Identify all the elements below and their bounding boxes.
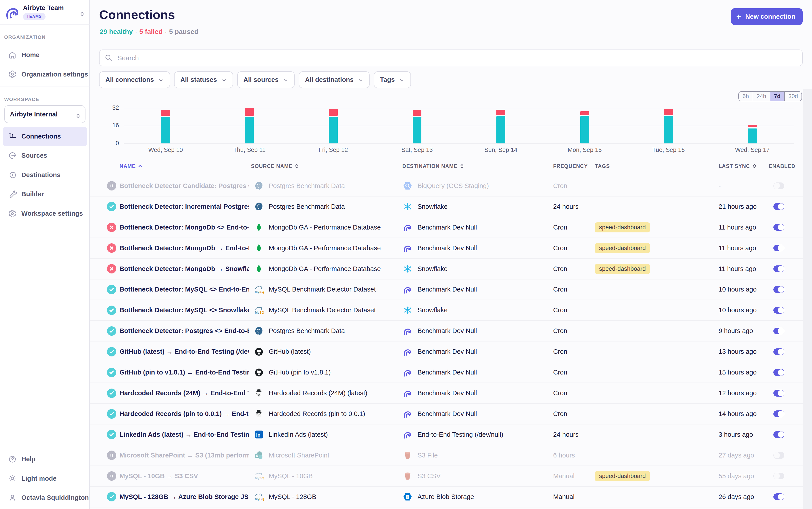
table-row[interactable]: Bottleneck Detector: MongoDb <> End-to-E… xyxy=(90,217,803,238)
enabled-toggle[interactable] xyxy=(773,369,784,376)
svg-text:S: S xyxy=(256,454,258,457)
enabled-toggle[interactable] xyxy=(773,203,784,210)
table-row[interactable]: LinkedIn Ads (latest) → End-to-End Testi… xyxy=(90,425,803,445)
sidebar-item-builder[interactable]: Builder xyxy=(3,185,87,204)
last-sync: - xyxy=(718,176,771,196)
column-header-destination-name[interactable]: DESTINATION NAME xyxy=(402,163,465,169)
sidebar-item-workspace-settings[interactable]: Workspace settings xyxy=(3,204,87,223)
airbyte-icon xyxy=(403,388,412,398)
filter-all-connections[interactable]: All connections xyxy=(99,71,170,88)
scrollbar[interactable] xyxy=(803,89,812,509)
table-row[interactable]: Bottleneck Detector: Postgres <> End-to-… xyxy=(90,321,803,341)
chart-bar-succeeded xyxy=(245,117,254,143)
svg-text:MySQL: MySQL xyxy=(255,311,263,314)
org-switcher[interactable]: Airbyte Team TEAMS xyxy=(0,0,90,25)
last-sync: 55 days ago xyxy=(718,466,771,486)
search-input[interactable] xyxy=(99,49,803,66)
sidebar-item-label: Workspace settings xyxy=(22,210,83,217)
enabled-toggle[interactable] xyxy=(773,410,784,417)
sidebar-item-label: Light mode xyxy=(22,475,57,482)
source-name: Hardcoded Records (24M) (latest) xyxy=(269,383,394,403)
table-row[interactable]: MySQL - 10GB → S3 CSV MySQL MySQL - 10GB… xyxy=(90,466,803,487)
chart-bar-failed xyxy=(161,110,170,116)
destination-icon xyxy=(8,171,17,179)
last-sync: 11 hours ago xyxy=(718,238,771,258)
sidebar-item-destinations[interactable]: Destinations xyxy=(3,165,87,185)
healthy-count: 29 healthy xyxy=(100,28,133,35)
svg-text:MySQL: MySQL xyxy=(255,476,263,480)
column-header-tags: TAGS xyxy=(595,163,610,169)
time-range-30d[interactable]: 30d xyxy=(784,92,802,101)
github-icon xyxy=(254,368,264,377)
enabled-toggle[interactable] xyxy=(773,390,784,396)
enabled-toggle[interactable] xyxy=(773,348,784,355)
sidebar-item-sources[interactable]: Sources xyxy=(3,146,87,166)
connection-name: Microsoft SharePoint → S3 (13mb performa… xyxy=(120,445,249,466)
chart-bar-failed xyxy=(748,125,757,127)
enabled-toggle[interactable] xyxy=(773,494,784,500)
filter-all-destinations[interactable]: All destinations xyxy=(299,71,369,88)
sidebar-footer-octavia-squiddington[interactable]: Octavia Squiddington xyxy=(3,488,87,507)
table-row[interactable]: Bottleneck Detector: MySQL <> End-to-End… xyxy=(90,279,803,300)
table-row[interactable]: Bottleneck Detector: MongoDb → Snowflake… xyxy=(90,259,803,279)
sidebar-footer-light-mode[interactable]: Light mode xyxy=(3,469,87,488)
enabled-toggle[interactable] xyxy=(773,245,784,251)
time-range-7d[interactable]: 7d xyxy=(770,92,784,101)
enabled-toggle[interactable] xyxy=(773,473,784,479)
gear-icon xyxy=(8,209,17,218)
table-row[interactable]: Bottleneck Detector: Incremental Postgre… xyxy=(90,197,803,217)
destination-name: Benchmark Dev Null xyxy=(417,321,545,341)
chart-ytick: 0 xyxy=(98,140,119,147)
connection-name: Bottleneck Detector: MongoDb → Snowflake xyxy=(120,259,249,279)
azure-icon: 1001 xyxy=(403,492,412,501)
enabled-toggle[interactable] xyxy=(773,182,784,189)
table-row[interactable]: Bottleneck Detector: MongoDb → End-to-En… xyxy=(90,238,803,259)
sidebar-item-home[interactable]: Home xyxy=(3,45,87,65)
filter-tags[interactable]: Tags xyxy=(374,71,411,88)
sidebar-footer-help[interactable]: Help xyxy=(3,449,87,469)
enabled-toggle[interactable] xyxy=(773,224,784,231)
time-range-24h[interactable]: 24h xyxy=(753,92,770,101)
org-badge: TEAMS xyxy=(23,13,45,20)
enabled-toggle[interactable] xyxy=(773,265,784,272)
sidebar-item-label: Organization settings xyxy=(22,71,88,78)
table-row[interactable]: Bottleneck Detector: MySQL <> Snowflake … xyxy=(90,300,803,321)
frequency: Cron xyxy=(553,238,594,258)
connection-name: GitHub (pin to v1.8.1) → End-to-End Test… xyxy=(120,362,249,382)
table-row[interactable]: GitHub (latest) → End-to-End Testing (/d… xyxy=(90,341,803,362)
enabled-toggle[interactable] xyxy=(773,286,784,293)
status-paused-icon xyxy=(107,471,116,481)
column-header-last-sync[interactable]: LAST SYNC xyxy=(718,163,757,169)
sidebar-item-organization-settings[interactable]: Organization settings xyxy=(3,65,87,84)
table-row[interactable]: GitHub (pin to v1.8.1) → End-to-End Test… xyxy=(90,362,803,383)
column-header-name[interactable]: NAME xyxy=(120,163,143,169)
new-connection-button[interactable]: + New connection xyxy=(731,8,803,25)
filter-all-statuses[interactable]: All statuses xyxy=(174,71,233,88)
gear-icon xyxy=(8,70,17,78)
frequency: Cron xyxy=(553,341,594,362)
destination-name: Benchmark Dev Null xyxy=(417,341,545,362)
last-sync: 13 hours ago xyxy=(718,341,771,362)
table-row[interactable]: Hardcoded Records (pin to 0.0.1) → End-t… xyxy=(90,404,803,425)
chart-ytick: 16 xyxy=(98,122,119,129)
sidebar-item-connections[interactable]: Connections xyxy=(3,127,87,146)
workspace-selector[interactable]: Airbyte Internal xyxy=(4,105,86,123)
source-name: MongoDb GA - Performance Database xyxy=(269,217,394,238)
source-icon xyxy=(8,151,17,160)
enabled-toggle[interactable] xyxy=(773,452,784,459)
table-row[interactable]: MySQL - 128GB → Azure Blob Storage JSOn … xyxy=(90,487,803,507)
source-name: Postgres Benchmark Data xyxy=(269,197,394,217)
source-name: MySQL Benchmark Detector Dataset xyxy=(269,279,394,300)
column-header-source-name[interactable]: SOURCE NAME xyxy=(251,163,300,169)
table-row[interactable]: Bottleneck Detector Candidate: Postgres … xyxy=(90,176,803,197)
chart-xlabel: Sun, Sep 14 xyxy=(467,146,535,154)
airbyte-icon xyxy=(403,285,412,294)
filter-all-sources[interactable]: All sources xyxy=(237,71,295,88)
time-range-6h[interactable]: 6h xyxy=(739,92,752,101)
enabled-toggle[interactable] xyxy=(773,328,784,334)
destination-name: Benchmark Dev Null xyxy=(417,238,545,258)
enabled-toggle[interactable] xyxy=(773,431,784,438)
enabled-toggle[interactable] xyxy=(773,307,784,314)
table-row[interactable]: Microsoft SharePoint → S3 (13mb performa… xyxy=(90,445,803,466)
table-row[interactable]: Hardcoded Records (24M) → End-to-End Te.… xyxy=(90,383,803,404)
